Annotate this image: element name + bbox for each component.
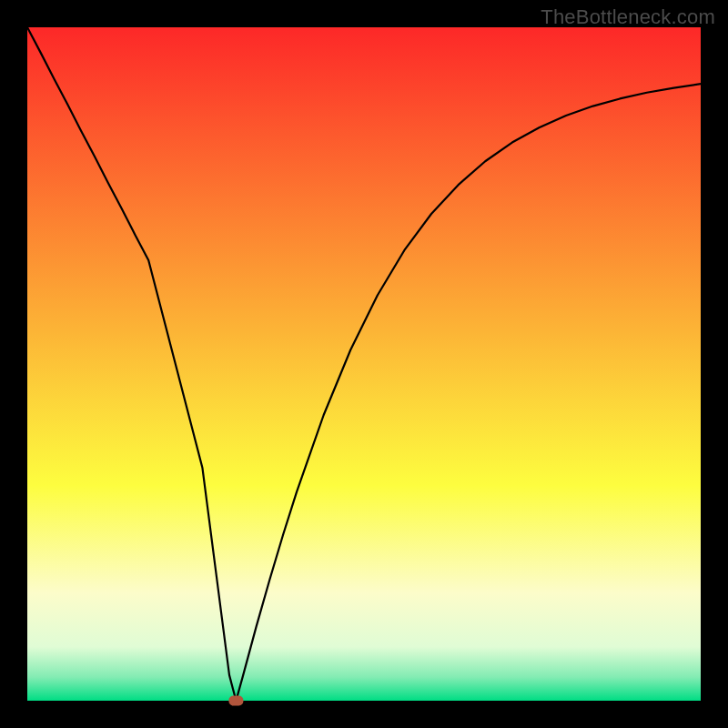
watermark-text: TheBottleneck.com: [541, 5, 715, 29]
optimal-point-marker: [228, 696, 243, 706]
chart-plot-area: [27, 27, 701, 701]
chart-container: TheBottleneck.com: [0, 0, 728, 728]
bottleneck-chart: [0, 0, 728, 728]
